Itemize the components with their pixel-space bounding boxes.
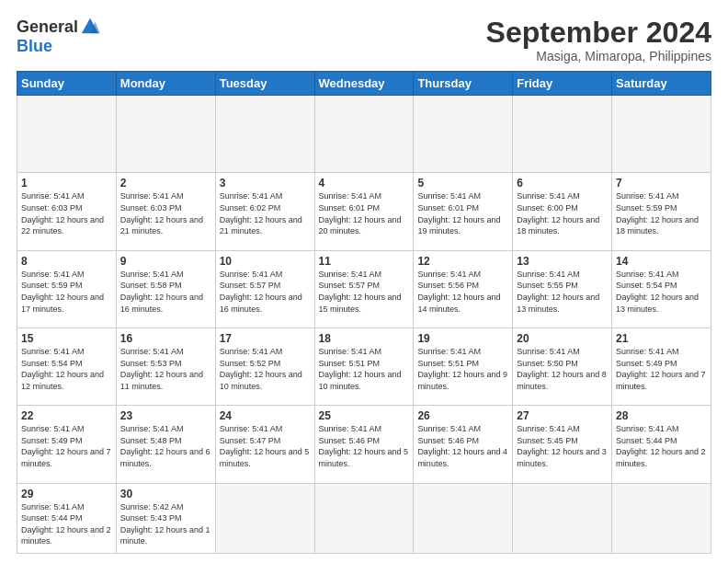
table-row — [215, 96, 314, 173]
table-row: 9Sunrise: 5:41 AMSunset: 5:58 PMDaylight… — [116, 250, 215, 327]
calendar-row: 1Sunrise: 5:41 AMSunset: 6:03 PMDaylight… — [17, 173, 711, 250]
day-number: 20 — [517, 332, 608, 345]
day-info: Sunrise: 5:41 AMSunset: 5:54 PMDaylight:… — [616, 269, 707, 315]
day-number: 19 — [417, 332, 508, 345]
day-info: Sunrise: 5:41 AMSunset: 5:49 PMDaylight:… — [21, 423, 112, 469]
table-row — [314, 483, 414, 553]
day-number: 3 — [220, 177, 311, 190]
day-number: 16 — [120, 332, 211, 345]
day-info: Sunrise: 5:41 AMSunset: 5:50 PMDaylight:… — [517, 346, 608, 392]
table-row: 13Sunrise: 5:41 AMSunset: 5:55 PMDayligh… — [513, 250, 612, 327]
day-info: Sunrise: 5:41 AMSunset: 5:47 PMDaylight:… — [220, 423, 311, 469]
table-row: 5Sunrise: 5:41 AMSunset: 6:01 PMDaylight… — [414, 173, 513, 250]
table-row: 6Sunrise: 5:41 AMSunset: 6:00 PMDaylight… — [513, 173, 612, 250]
day-info: Sunrise: 5:41 AMSunset: 5:46 PMDaylight:… — [417, 423, 508, 469]
table-row: 12Sunrise: 5:41 AMSunset: 5:56 PMDayligh… — [414, 250, 513, 327]
table-row: 26Sunrise: 5:41 AMSunset: 5:46 PMDayligh… — [414, 406, 513, 483]
day-info: Sunrise: 5:41 AMSunset: 5:45 PMDaylight:… — [517, 423, 608, 469]
day-info: Sunrise: 5:41 AMSunset: 5:49 PMDaylight:… — [616, 346, 707, 392]
day-info: Sunrise: 5:41 AMSunset: 5:55 PMDaylight:… — [517, 269, 608, 315]
day-info: Sunrise: 5:41 AMSunset: 5:48 PMDaylight:… — [120, 423, 211, 469]
day-number: 28 — [616, 409, 707, 422]
day-info: Sunrise: 5:41 AMSunset: 6:03 PMDaylight:… — [21, 190, 112, 236]
calendar-body: 1Sunrise: 5:41 AMSunset: 6:03 PMDaylight… — [17, 96, 711, 554]
day-info: Sunrise: 5:41 AMSunset: 6:00 PMDaylight:… — [517, 190, 608, 236]
day-number: 6 — [517, 177, 608, 190]
table-row — [116, 96, 215, 173]
table-row: 10Sunrise: 5:41 AMSunset: 5:57 PMDayligh… — [215, 250, 314, 327]
day-number: 13 — [517, 255, 608, 268]
day-info: Sunrise: 5:41 AMSunset: 5:46 PMDaylight:… — [319, 423, 410, 469]
day-number: 23 — [120, 409, 211, 422]
table-row: 22Sunrise: 5:41 AMSunset: 5:49 PMDayligh… — [17, 406, 117, 483]
day-number: 15 — [21, 332, 112, 345]
calendar-row: 8Sunrise: 5:41 AMSunset: 5:59 PMDaylight… — [17, 250, 711, 327]
col-wednesday: Wednesday — [314, 72, 414, 96]
logo-blue-text: Blue — [17, 37, 52, 56]
col-sunday: Sunday — [17, 72, 117, 96]
table-row — [513, 483, 612, 553]
day-number: 24 — [220, 409, 311, 422]
calendar-row: 22Sunrise: 5:41 AMSunset: 5:49 PMDayligh… — [17, 406, 711, 483]
day-number: 7 — [616, 177, 707, 190]
day-info: Sunrise: 5:41 AMSunset: 6:02 PMDaylight:… — [220, 190, 311, 236]
table-row: 30Sunrise: 5:42 AMSunset: 5:43 PMDayligh… — [116, 483, 215, 553]
table-row: 2Sunrise: 5:41 AMSunset: 6:03 PMDaylight… — [116, 173, 215, 250]
day-info: Sunrise: 5:41 AMSunset: 5:59 PMDaylight:… — [21, 269, 112, 315]
table-row: 17Sunrise: 5:41 AMSunset: 5:52 PMDayligh… — [215, 327, 314, 405]
col-saturday: Saturday — [612, 72, 711, 96]
day-info: Sunrise: 5:41 AMSunset: 5:44 PMDaylight:… — [616, 423, 707, 469]
table-row: 16Sunrise: 5:41 AMSunset: 5:53 PMDayligh… — [116, 327, 215, 405]
day-info: Sunrise: 5:41 AMSunset: 5:53 PMDaylight:… — [120, 346, 211, 392]
title-area: September 2024 Masiga, Mimaropa, Philipp… — [486, 17, 711, 63]
day-number: 22 — [21, 409, 112, 422]
day-number: 27 — [517, 409, 608, 422]
table-row: 21Sunrise: 5:41 AMSunset: 5:49 PMDayligh… — [612, 327, 711, 405]
calendar-row: 15Sunrise: 5:41 AMSunset: 5:54 PMDayligh… — [17, 327, 711, 405]
table-row: 24Sunrise: 5:41 AMSunset: 5:47 PMDayligh… — [215, 406, 314, 483]
day-number: 10 — [220, 255, 311, 268]
table-row — [414, 96, 513, 173]
day-info: Sunrise: 5:41 AMSunset: 5:59 PMDaylight:… — [616, 190, 707, 236]
header: General Blue September 2024 Masiga, Mima… — [17, 17, 711, 63]
day-number: 5 — [417, 177, 508, 190]
day-info: Sunrise: 5:41 AMSunset: 5:51 PMDaylight:… — [319, 346, 410, 392]
day-info: Sunrise: 5:42 AMSunset: 5:43 PMDaylight:… — [120, 501, 211, 547]
table-row: 1Sunrise: 5:41 AMSunset: 6:03 PMDaylight… — [17, 173, 117, 250]
day-number: 1 — [21, 177, 112, 190]
day-info: Sunrise: 5:41 AMSunset: 6:03 PMDaylight:… — [120, 190, 211, 236]
day-number: 11 — [319, 255, 410, 268]
day-info: Sunrise: 5:41 AMSunset: 5:51 PMDaylight:… — [417, 346, 508, 392]
logo-icon — [80, 17, 100, 37]
col-tuesday: Tuesday — [215, 72, 314, 96]
table-row: 14Sunrise: 5:41 AMSunset: 5:54 PMDayligh… — [612, 250, 711, 327]
table-row — [612, 96, 711, 173]
calendar: Sunday Monday Tuesday Wednesday Thursday… — [17, 71, 711, 554]
day-number: 21 — [616, 332, 707, 345]
day-info: Sunrise: 5:41 AMSunset: 5:57 PMDaylight:… — [319, 269, 410, 315]
table-row: 18Sunrise: 5:41 AMSunset: 5:51 PMDayligh… — [314, 327, 414, 405]
day-info: Sunrise: 5:41 AMSunset: 5:58 PMDaylight:… — [120, 269, 211, 315]
day-number: 26 — [417, 409, 508, 422]
table-row: 15Sunrise: 5:41 AMSunset: 5:54 PMDayligh… — [17, 327, 117, 405]
day-number: 8 — [21, 255, 112, 268]
day-number: 4 — [319, 177, 410, 190]
calendar-row: 29Sunrise: 5:41 AMSunset: 5:44 PMDayligh… — [17, 483, 711, 553]
table-row: 19Sunrise: 5:41 AMSunset: 5:51 PMDayligh… — [414, 327, 513, 405]
table-row: 25Sunrise: 5:41 AMSunset: 5:46 PMDayligh… — [314, 406, 414, 483]
month-title: September 2024 — [486, 17, 711, 49]
table-row: 27Sunrise: 5:41 AMSunset: 5:45 PMDayligh… — [513, 406, 612, 483]
day-number: 14 — [616, 255, 707, 268]
day-number: 12 — [417, 255, 508, 268]
table-row — [513, 96, 612, 173]
day-number: 17 — [220, 332, 311, 345]
day-number: 25 — [319, 409, 410, 422]
table-row: 8Sunrise: 5:41 AMSunset: 5:59 PMDaylight… — [17, 250, 117, 327]
table-row: 28Sunrise: 5:41 AMSunset: 5:44 PMDayligh… — [612, 406, 711, 483]
table-row: 29Sunrise: 5:41 AMSunset: 5:44 PMDayligh… — [17, 483, 117, 553]
table-row — [314, 96, 414, 173]
table-row: 23Sunrise: 5:41 AMSunset: 5:48 PMDayligh… — [116, 406, 215, 483]
day-info: Sunrise: 5:41 AMSunset: 6:01 PMDaylight:… — [319, 190, 410, 236]
calendar-header-row: Sunday Monday Tuesday Wednesday Thursday… — [17, 72, 711, 96]
col-thursday: Thursday — [414, 72, 513, 96]
